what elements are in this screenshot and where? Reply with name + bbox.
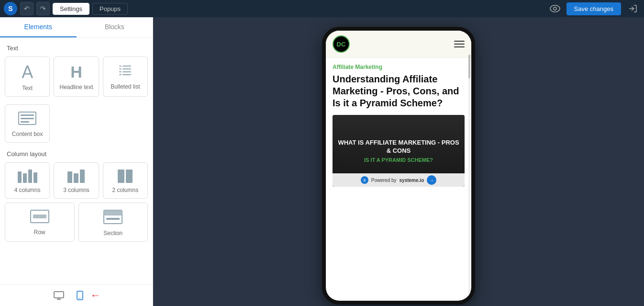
redo-button[interactable]: ↷	[36, 2, 50, 15]
svg-rect-18	[104, 210, 122, 215]
contentbox-label: Content box	[12, 131, 43, 137]
phone-category: Affiliate Marketing	[333, 64, 465, 70]
mobile-icon	[77, 291, 83, 300]
svg-rect-13	[21, 118, 34, 119]
svg-rect-14	[21, 121, 29, 123]
section-label: Section	[103, 230, 122, 237]
svg-rect-7	[119, 71, 122, 72]
phone-logo: DC	[333, 35, 350, 53]
topbar: S ↶ ↷ Settings Popups Save changes	[0, 0, 644, 17]
svg-rect-12	[21, 114, 34, 116]
list-icon	[118, 64, 133, 79]
desktop-view-button[interactable]	[52, 289, 66, 302]
element-section[interactable]: Section	[78, 203, 148, 242]
desktop-icon	[54, 291, 64, 300]
phone-scroll-thumb	[468, 55, 470, 79]
svg-rect-4	[122, 66, 131, 67]
svg-rect-16	[33, 215, 46, 218]
systeme-logo: S	[361, 176, 368, 184]
row-icon	[30, 210, 49, 225]
undo-button[interactable]: ↶	[20, 2, 33, 15]
svg-rect-19	[106, 218, 120, 220]
4col-icon	[18, 170, 37, 183]
svg-point-1	[554, 7, 556, 10]
phone-title: Understanding Affiliate Marketing - Pros…	[333, 73, 465, 109]
main-layout: Elements Blocks Text A Text H Headline t…	[0, 17, 644, 306]
text-icon: A	[22, 64, 33, 81]
tab-blocks[interactable]: Blocks	[77, 17, 153, 37]
panel-tabs: Elements Blocks	[0, 17, 153, 38]
4col-label: 4 columns	[14, 187, 41, 193]
element-headline[interactable]: H Headline text	[54, 57, 99, 97]
phone-screen: DC Affiliate Marketing Understanding Aff…	[326, 31, 471, 301]
element-3col[interactable]: 3 columns	[54, 162, 99, 199]
section-icon	[103, 210, 122, 226]
element-bulletlist[interactable]: Bulleted list	[103, 57, 148, 97]
element-4col[interactable]: 4 columns	[5, 162, 50, 199]
popups-tab[interactable]: Popups	[92, 3, 128, 15]
row-section-grid: Row Section	[5, 203, 148, 242]
phone-image-sub: IS IT A PYRAMID SCHEME?	[337, 157, 460, 163]
svg-rect-9	[119, 74, 122, 75]
panel-bottom: ←	[0, 284, 153, 306]
phone-mockup: DC Affiliate Marketing Understanding Aff…	[322, 27, 475, 305]
panel-content: Text A Text H Headline text	[0, 38, 153, 284]
text-elements-grid: A Text H Headline text	[5, 57, 148, 97]
left-panel: Elements Blocks Text A Text H Headline t…	[0, 17, 153, 306]
save-button[interactable]: Save changes	[566, 2, 621, 15]
phone-systeme-bar: S Powered by systeme.io →	[333, 173, 465, 187]
column-layout-label: Column layout	[5, 150, 148, 158]
2col-label: 2 columns	[112, 187, 138, 193]
phone-image: WHAT IS AFFILIATE MARKETING - PROS & CON…	[333, 115, 465, 187]
element-2col[interactable]: 2 columns	[103, 162, 148, 199]
phone-nav: DC	[326, 31, 471, 58]
text-label: Text	[22, 85, 33, 91]
svg-rect-10	[122, 74, 131, 75]
headline-icon: H	[70, 64, 82, 80]
3col-icon	[67, 170, 85, 183]
bulletlist-label: Bulleted list	[111, 83, 140, 90]
eye-icon	[550, 5, 560, 12]
phone-image-title: WHAT IS AFFILIATE MARKETING - PROS & CON…	[337, 139, 460, 155]
element-text[interactable]: A Text	[5, 57, 50, 97]
svg-rect-6	[122, 68, 131, 69]
content-box-row: Content box	[5, 104, 148, 143]
text-section-label: Text	[5, 45, 148, 52]
systeme-arrow: →	[427, 175, 436, 185]
mobile-view-button[interactable]	[73, 289, 87, 302]
svg-point-0	[550, 5, 560, 12]
arrow-indicator: ←	[90, 289, 101, 302]
2col-icon	[118, 170, 133, 183]
svg-rect-8	[122, 71, 131, 72]
phone-scrollbar[interactable]	[468, 55, 470, 296]
settings-tab[interactable]: Settings	[53, 3, 89, 15]
col-layout-grid: 4 columns 3 columns	[5, 162, 148, 199]
svg-point-24	[79, 298, 80, 299]
canvas-area: DC Affiliate Marketing Understanding Aff…	[153, 17, 644, 306]
contentbox-icon	[18, 112, 36, 127]
headline-label: Headline text	[59, 84, 93, 91]
row-label: Row	[34, 229, 45, 236]
logo: S	[4, 2, 17, 15]
element-row[interactable]: Row	[5, 203, 75, 242]
logout-icon	[628, 4, 637, 13]
phone-body: Affiliate Marketing Understanding Affili…	[326, 58, 471, 193]
preview-button[interactable]	[547, 1, 563, 16]
3col-label: 3 columns	[63, 187, 89, 193]
logout-button[interactable]	[625, 1, 640, 16]
svg-rect-5	[119, 68, 122, 69]
hamburger-menu[interactable]	[454, 41, 465, 47]
element-contentbox[interactable]: Content box	[5, 104, 50, 143]
tab-elements[interactable]: Elements	[0, 17, 77, 37]
svg-rect-3	[119, 66, 122, 67]
svg-rect-20	[54, 292, 64, 298]
